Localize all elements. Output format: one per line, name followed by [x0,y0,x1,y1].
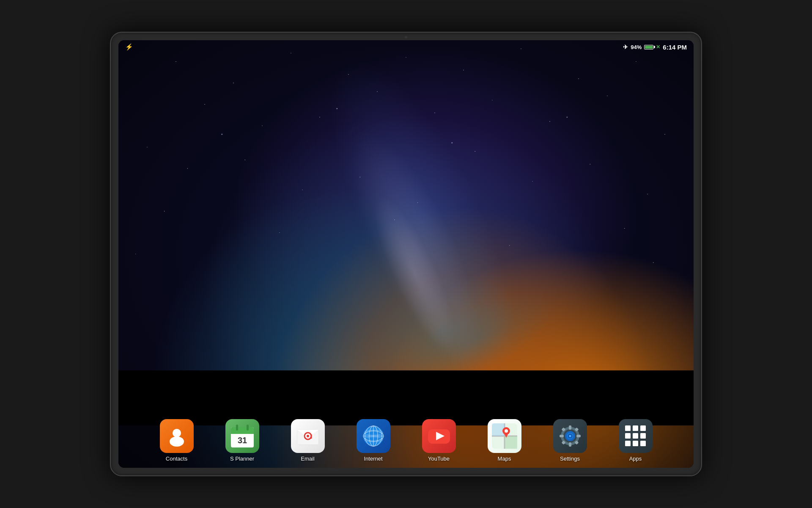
internet-label: Internet [364,456,382,462]
svg-rect-29 [492,423,505,436]
maps-label: Maps [498,456,511,462]
svg-rect-30 [505,436,517,449]
status-bar: ⚡ ✈ 94% ✕ 6:14 PM [118,40,694,54]
settings-icon [553,419,587,453]
apps-label: Apps [629,456,642,462]
email-label: Email [301,456,315,462]
app-maps[interactable]: Maps [488,419,521,462]
svg-rect-50 [640,425,646,431]
app-email[interactable]: Email [291,419,325,462]
signal-icon: ✕ [656,44,660,50]
svg-rect-36 [569,425,571,430]
battery-bar [644,45,653,50]
tablet-screen: ⚡ ✈ 94% ✕ 6:14 PM [118,40,694,468]
status-right: ✈ 94% ✕ 6:14 PM [623,44,687,51]
contacts-icon [160,419,194,453]
svg-rect-51 [625,433,631,439]
maps-icon [488,419,521,453]
app-settings[interactable]: Settings [553,419,587,462]
airplane-mode-icon: ✈ [623,44,628,50]
svg-point-47 [569,435,571,437]
status-left: ⚡ [125,43,133,51]
settings-label: Settings [560,456,580,462]
splanner-icon: 31 [225,419,259,453]
splanner-label: S Planner [230,456,254,462]
internet-icon [357,419,390,453]
youtube-label: YouTube [428,456,450,462]
svg-rect-48 [625,425,631,431]
svg-rect-38 [560,435,564,437]
battery-percent: 94% [631,44,642,50]
app-youtube[interactable]: YouTube [422,419,456,462]
svg-rect-5 [236,425,238,431]
apps-icon [619,419,653,453]
svg-rect-55 [633,441,638,446]
app-apps[interactable]: Apps [619,419,653,462]
battery-fill [645,46,653,49]
app-contacts[interactable]: Contacts [160,419,194,462]
app-splanner[interactable]: 31 S Planner [225,419,259,462]
svg-rect-39 [576,435,581,437]
youtube-icon [422,419,456,453]
time-display: 6:14 PM [663,44,687,51]
svg-rect-56 [640,441,646,446]
svg-point-33 [505,429,508,433]
battery-icon [644,45,653,50]
app-internet[interactable]: Internet [357,419,390,462]
svg-rect-52 [633,433,638,439]
svg-text:31: 31 [237,436,247,445]
svg-rect-6 [247,425,249,431]
svg-rect-54 [625,441,631,446]
contacts-label: Contacts [166,456,187,462]
app-dock: Contacts 31 [118,413,694,468]
svg-rect-37 [569,442,571,447]
camera [405,36,407,39]
svg-rect-49 [633,425,638,431]
svg-point-13 [307,435,309,437]
svg-rect-53 [640,433,646,439]
svg-rect-4 [231,431,254,434]
email-icon [291,419,325,453]
svg-point-0 [173,429,181,437]
tablet-frame: ⚡ ✈ 94% ✕ 6:14 PM [110,32,702,476]
svg-point-1 [170,436,184,447]
usb-icon: ⚡ [125,43,133,51]
